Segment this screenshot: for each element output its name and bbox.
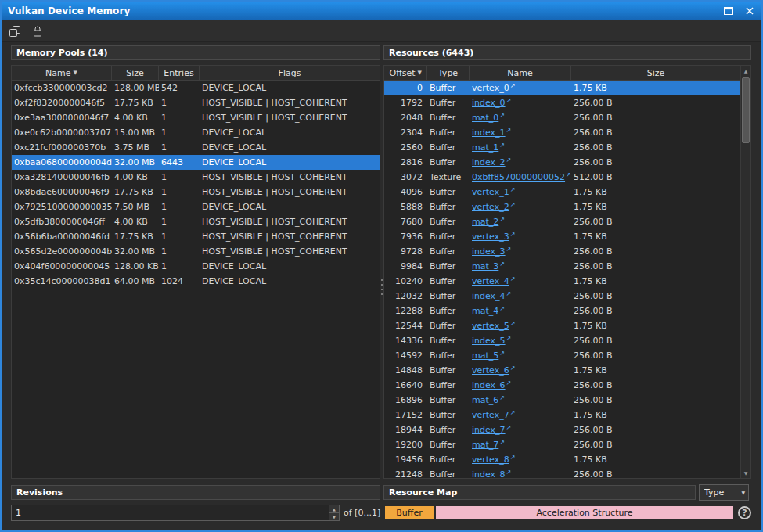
resource-row[interactable]: 9728Bufferindex_3↗256.00 B xyxy=(384,244,740,259)
resource-link[interactable]: mat_0 xyxy=(472,113,498,123)
resource-row[interactable]: 7936Buffervertex_3↗1.75 KB xyxy=(384,229,740,244)
resource-row[interactable]: 16896Buffermat_6↗256.00 B xyxy=(384,393,740,408)
column-header-type[interactable]: Type xyxy=(427,66,470,80)
resource-row[interactable]: 2048Buffermat_0↗256.00 B xyxy=(384,110,740,125)
resource-link[interactable]: index_4 xyxy=(472,291,506,301)
resource-row[interactable]: 2304Bufferindex_1↗256.00 B xyxy=(384,125,740,140)
resource-map-segment-buffer[interactable]: Buffer xyxy=(385,506,434,519)
memory-pool-row[interactable]: 0x8bdae600000046f917.75 KB1HOST_VISIBLE … xyxy=(12,185,380,200)
close-button[interactable] xyxy=(743,5,755,17)
memory-pool-row[interactable]: 0xe0c62b000000370715.00 MB1DEVICE_LOCAL xyxy=(12,125,380,140)
resource-row[interactable]: 4096Buffervertex_1↗1.75 KB xyxy=(384,185,740,200)
resource-link[interactable]: index_1 xyxy=(472,128,506,138)
resource-row[interactable]: 2816Bufferindex_2↗256.00 B xyxy=(384,155,740,170)
resource-link[interactable]: mat_3 xyxy=(472,261,498,271)
resource-row[interactable]: 3072Texture0xbff8570000000052↗512.00 B xyxy=(384,170,740,185)
memory-pool-row[interactable]: 0x5dfb3800000046ff4.00 KB1HOST_VISIBLE |… xyxy=(12,214,380,229)
resource-map-type-dropdown[interactable]: Type ▼ xyxy=(699,484,749,501)
resource-row[interactable]: 12032Bufferindex_4↗256.00 B xyxy=(384,289,740,304)
column-header-size[interactable]: Size xyxy=(112,66,159,80)
resource-row[interactable]: 2560Buffermat_1↗256.00 B xyxy=(384,140,740,155)
splitter-grip-dot xyxy=(381,279,383,281)
resource-link[interactable]: mat_4 xyxy=(472,306,498,316)
resource-row[interactable]: 7680Buffermat_2↗256.00 B xyxy=(384,214,740,229)
memory-pool-row[interactable]: 0x35c14c00000038d164.00 MB1024DEVICE_LOC… xyxy=(12,274,380,289)
resources-scrollbar[interactable]: ▲ ▼ xyxy=(740,66,750,478)
revision-spinbox[interactable]: 1 ▲ ▼ xyxy=(11,505,340,521)
resource-link[interactable]: mat_1 xyxy=(472,142,498,153)
column-header-resource-size[interactable]: Size xyxy=(571,66,740,80)
spin-up-icon[interactable]: ▲ xyxy=(329,505,339,512)
resource-link[interactable]: index_3 xyxy=(472,246,506,257)
resource-row[interactable]: 19456Buffervertex_8↗1.75 KB xyxy=(384,452,740,467)
column-header-entries[interactable]: Entries xyxy=(159,66,200,80)
toolbar xyxy=(2,20,761,42)
memory-pools-column-headers: Name ▼ Size Entries Flags xyxy=(12,66,380,81)
resource-row[interactable]: 9984Buffermat_3↗256.00 B xyxy=(384,259,740,274)
resource-link[interactable]: vertex_3 xyxy=(472,232,509,242)
revisions-header: Revisions xyxy=(11,485,380,500)
column-header-resource-name[interactable]: Name xyxy=(470,66,571,80)
resource-link[interactable]: vertex_6 xyxy=(472,365,509,376)
resource-link[interactable]: mat_2 xyxy=(472,217,498,227)
scrollbar-thumb[interactable] xyxy=(742,77,750,143)
resource-row[interactable]: 17152Buffervertex_7↗1.75 KB xyxy=(384,408,740,422)
resource-link[interactable]: vertex_5 xyxy=(472,321,509,331)
float-window-button[interactable] xyxy=(722,5,734,17)
resource-row[interactable]: 14848Buffervertex_6↗1.75 KB xyxy=(384,363,740,378)
resource-link[interactable]: index_8 xyxy=(472,469,506,478)
spin-down-icon[interactable]: ▼ xyxy=(329,512,339,520)
resource-row[interactable]: 0Buffervertex_0↗1.75 KB xyxy=(384,81,740,95)
memory-pools-header: Memory Pools (14) xyxy=(11,45,380,60)
column-header-name[interactable]: Name ▼ xyxy=(12,66,112,80)
resource-row[interactable]: 16640Bufferindex_6↗256.00 B xyxy=(384,378,740,393)
resource-link[interactable]: index_0 xyxy=(472,98,506,108)
scroll-down-icon[interactable]: ▼ xyxy=(741,468,750,478)
memory-pool-row[interactable]: 0xbaa068000000004d32.00 MB6443DEVICE_LOC… xyxy=(12,155,380,170)
resource-link[interactable]: vertex_1 xyxy=(472,187,509,197)
revision-value[interactable]: 1 xyxy=(12,505,329,520)
resource-link[interactable]: vertex_0 xyxy=(472,83,509,93)
memory-pool-row[interactable]: 0xfccb330000003cd2128.00 MB542DEVICE_LOC… xyxy=(12,81,380,95)
memory-pool-row[interactable]: 0xa3281400000046fb4.00 KB1HOST_VISIBLE |… xyxy=(12,170,380,185)
memory-pool-row[interactable]: 0xf2f83200000046f517.75 KB1HOST_VISIBLE … xyxy=(12,95,380,110)
resource-link[interactable]: vertex_4 xyxy=(472,276,509,286)
copy-button[interactable] xyxy=(5,23,24,40)
resource-map-segment-acceleration-structure[interactable]: Acceleration Structure xyxy=(436,506,733,519)
help-button[interactable]: ? xyxy=(738,506,751,519)
column-header-flags[interactable]: Flags xyxy=(200,66,380,80)
resource-link[interactable]: vertex_8 xyxy=(472,455,509,465)
resource-row[interactable]: 12288Buffermat_4↗256.00 B xyxy=(384,304,740,318)
memory-pool-row[interactable]: 0x565d2e000000004b32.00 MB1HOST_VISIBLE … xyxy=(12,244,380,259)
memory-pool-row[interactable]: 0xc21fcf000000370b3.75 MB1DEVICE_LOCAL xyxy=(12,140,380,155)
scroll-up-icon[interactable]: ▲ xyxy=(741,66,750,76)
resource-link[interactable]: mat_6 xyxy=(472,395,498,405)
resource-link[interactable]: index_6 xyxy=(472,380,506,390)
memory-pool-row[interactable]: 0x404f600000000045128.00 KB1DEVICE_LOCAL xyxy=(12,259,380,274)
resource-row[interactable]: 12544Buffervertex_5↗1.75 KB xyxy=(384,318,740,333)
memory-pool-row[interactable]: 0x79251000000000357.50 MB1DEVICE_LOCAL xyxy=(12,200,380,214)
resource-link[interactable]: vertex_7 xyxy=(472,410,509,420)
resource-link[interactable]: mat_5 xyxy=(472,350,498,361)
resource-link[interactable]: mat_7 xyxy=(472,440,498,450)
resource-link[interactable]: 0xbff8570000000052 xyxy=(472,172,565,182)
title-bar[interactable]: Vulkan Device Memory xyxy=(2,2,761,20)
resource-row[interactable]: 18944Bufferindex_7↗256.00 B xyxy=(384,422,740,437)
resource-link[interactable]: vertex_2 xyxy=(472,202,509,212)
memory-pool-row[interactable]: 0xe3aa3000000046f74.00 KB1HOST_VISIBLE |… xyxy=(12,110,380,125)
resource-row[interactable]: 19200Buffermat_7↗256.00 B xyxy=(384,437,740,452)
resource-row[interactable]: 5888Buffervertex_2↗1.75 KB xyxy=(384,200,740,214)
resource-row[interactable]: 21248Bufferindex_8↗256.00 B xyxy=(384,467,740,478)
resource-row[interactable]: 10240Buffervertex_4↗1.75 KB xyxy=(384,274,740,289)
memory-pools-body: 0xfccb330000003cd2128.00 MB542DEVICE_LOC… xyxy=(12,81,380,289)
resource-row[interactable]: 1792Bufferindex_0↗256.00 B xyxy=(384,95,740,110)
resource-row[interactable]: 14336Bufferindex_5↗256.00 B xyxy=(384,333,740,348)
resource-link[interactable]: index_5 xyxy=(472,336,506,346)
lock-button[interactable] xyxy=(28,23,47,40)
resource-link[interactable]: index_7 xyxy=(472,425,506,435)
column-header-offset[interactable]: Offset ▼ xyxy=(384,66,427,80)
sort-indicator-icon: ▼ xyxy=(418,70,422,76)
memory-pool-row[interactable]: 0x56b6ba00000046fd17.75 KB1HOST_VISIBLE … xyxy=(12,229,380,244)
resource-link[interactable]: index_2 xyxy=(472,157,506,167)
resource-row[interactable]: 14592Buffermat_5↗256.00 B xyxy=(384,348,740,363)
